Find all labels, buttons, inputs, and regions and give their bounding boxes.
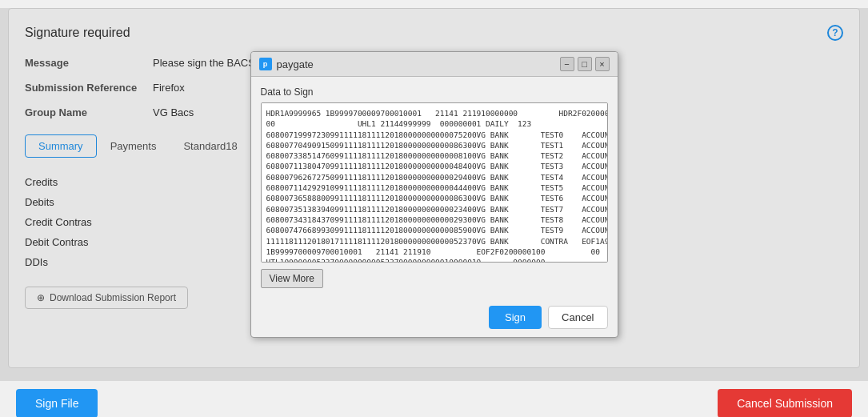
modal-close-button[interactable]: × xyxy=(595,57,610,71)
bottom-bar: Sign File Cancel Submission xyxy=(0,381,868,417)
modal-minimize-button[interactable]: − xyxy=(560,57,574,71)
cancel-submission-button[interactable]: Cancel Submission xyxy=(718,389,852,418)
modal-body: Data to Sign HDR1A9999965 1B999970000970… xyxy=(251,77,618,298)
paygate-modal: p paygate − □ × Data to Sign HDR1A999996… xyxy=(250,51,618,338)
sign-file-button[interactable]: Sign File xyxy=(16,389,98,418)
modal-title: paygate xyxy=(277,58,314,70)
modal-maximize-button[interactable]: □ xyxy=(578,57,592,71)
data-to-sign-box[interactable]: HDR1A9999965 1B9999700009700010001 21141… xyxy=(261,102,608,263)
modal-sign-button[interactable]: Sign xyxy=(489,306,542,329)
modal-app-icon: p xyxy=(259,58,272,70)
modal-controls: − □ × xyxy=(560,57,610,71)
data-to-sign-label: Data to Sign xyxy=(261,86,608,98)
modal-title-left: p paygate xyxy=(259,58,314,70)
view-more-button[interactable]: View More xyxy=(261,269,323,288)
modal-footer: Sign Cancel xyxy=(251,298,618,337)
modal-cancel-button[interactable]: Cancel xyxy=(548,306,607,329)
modal-overlay: p paygate − □ × Data to Sign HDR1A999996… xyxy=(0,8,868,381)
modal-titlebar: p paygate − □ × xyxy=(251,52,618,77)
